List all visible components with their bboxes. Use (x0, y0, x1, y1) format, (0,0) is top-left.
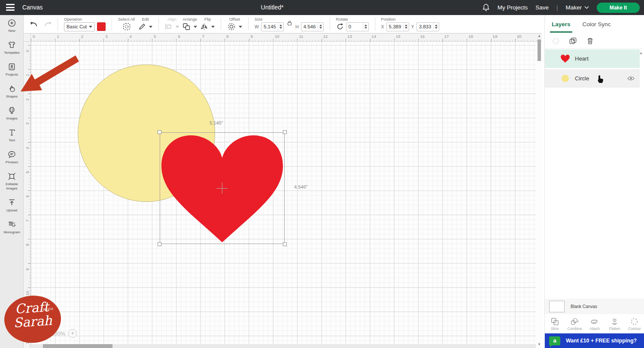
edit-pencil-icon[interactable] (138, 23, 146, 31)
size-lock-icon[interactable] (287, 20, 292, 27)
sidebar-item-editable[interactable]: Editable Images (0, 168, 24, 195)
resize-handle-top-left[interactable] (158, 130, 161, 134)
rotate-input[interactable] (346, 24, 363, 29)
redo-icon[interactable] (44, 21, 52, 28)
canvas-vertical-scrollbar[interactable]: ▲ ▼ (537, 34, 541, 346)
y-position-input[interactable] (417, 24, 433, 29)
attach-button[interactable]: Attach (585, 315, 605, 333)
sidebar-item-label: Images (6, 116, 17, 121)
x-stepper[interactable] (403, 23, 409, 31)
arrange-dropdown-caret[interactable] (194, 26, 197, 28)
hruler-inch-6: 6 (176, 34, 200, 42)
attach-icon (590, 317, 599, 326)
edit-dropdown-caret[interactable] (149, 26, 152, 28)
panel-tabs: Layers Color Sync (545, 15, 644, 34)
vruler-inch-5: 5 (24, 166, 31, 190)
layer-row-heart[interactable]: Heart (545, 49, 640, 68)
monogram-icon (7, 220, 16, 229)
align-icon[interactable] (165, 23, 173, 30)
layer-row-circle[interactable]: Circle (545, 69, 640, 88)
slice-button[interactable]: Slice (545, 315, 565, 333)
scroll-down-arrow[interactable]: ▼ (537, 343, 541, 346)
hruler-inch-18: 18 (467, 34, 491, 42)
phrases-icon (7, 150, 16, 159)
height-stepper[interactable] (318, 23, 323, 31)
flatten-button[interactable]: Flatten (605, 315, 624, 333)
heart-shape[interactable] (161, 134, 284, 243)
tab-color-sync[interactable]: Color Sync (583, 21, 611, 27)
y-field-label: Y (411, 24, 414, 29)
scroll-up-arrow[interactable]: ▲ (537, 34, 541, 38)
flip-dropdown-caret[interactable] (211, 26, 215, 28)
height-input[interactable] (301, 24, 318, 29)
width-field-label: W (255, 24, 259, 29)
resize-handle-bottom-left[interactable] (158, 242, 161, 246)
group-layers-icon[interactable] (552, 37, 560, 45)
horizontal-scroll-thumb[interactable] (43, 344, 112, 348)
sidebar-item-text[interactable]: Text (0, 125, 24, 147)
rotate-group: Rotate (336, 17, 369, 32)
rotate-icon[interactable] (336, 23, 344, 31)
layer-name: Heart (575, 55, 589, 62)
align-dropdown-caret[interactable] (176, 26, 179, 28)
sidebar-item-phrases[interactable]: Phrases (0, 147, 24, 168)
sidebar-item-images[interactable]: Images (0, 103, 24, 125)
width-field (261, 22, 284, 31)
panel-scroll-up-arrow[interactable]: ▲ (639, 51, 643, 55)
sidebar-item-projects[interactable]: Projects (0, 59, 24, 81)
sidebar-item-upload[interactable]: Upload (0, 195, 24, 217)
design-canvas[interactable]: 01234567891011121314151617181920 0123456… (24, 34, 542, 348)
width-dimension-label: 5.145" (210, 120, 223, 125)
width-input[interactable] (261, 24, 278, 29)
y-stepper[interactable] (433, 23, 439, 31)
select-all-icon[interactable] (122, 22, 131, 31)
blank-canvas-swatch[interactable] (549, 301, 565, 312)
my-projects-link[interactable]: My Projects (498, 4, 528, 11)
zoom-in-button[interactable]: + (68, 329, 77, 338)
chat-widget-icon[interactable]: a (549, 336, 560, 345)
promo-banner[interactable]: a Want £10 + FREE shipping? (545, 333, 644, 348)
vruler-inch-0: 0 (24, 45, 31, 69)
operation-select[interactable]: Basic Cut (64, 22, 95, 31)
hruler-inch-0: 0 (31, 34, 55, 42)
duplicate-layer-icon[interactable] (569, 37, 577, 45)
save-link[interactable]: Save (535, 4, 549, 11)
offset-dropdown-caret[interactable] (239, 26, 242, 28)
machine-selector[interactable]: Maker (565, 4, 589, 11)
sidebar-item-new[interactable]: New (0, 15, 24, 37)
hamburger-menu-icon[interactable] (6, 4, 15, 11)
sidebar-item-templates[interactable]: Templates (0, 37, 24, 59)
heart-layer-icon (560, 55, 570, 63)
sidebar-item-label: Editable Images (0, 182, 24, 191)
arrange-icon[interactable] (182, 23, 191, 31)
resize-handle-top-right[interactable] (283, 130, 287, 134)
fill-color-swatch[interactable] (97, 22, 106, 31)
offset-icon[interactable] (227, 22, 236, 31)
x-position-input[interactable] (387, 24, 403, 29)
combine-button[interactable]: Combine (565, 315, 584, 333)
sidebar-item-shapes[interactable]: Shapes (0, 81, 24, 103)
blank-canvas-row[interactable]: Blank Canvas (545, 299, 644, 314)
promo-text: Want £10 + FREE shipping? (566, 338, 637, 344)
arrange-label: Arrange (182, 17, 197, 22)
tab-layers[interactable]: Layers (552, 21, 571, 27)
offset-group: Offset (227, 17, 242, 32)
hruler-inch-11: 11 (297, 34, 321, 42)
sidebar-item-monogram[interactable]: Monogram (0, 217, 24, 238)
flip-icon[interactable] (200, 23, 208, 31)
resize-handle-bottom-right[interactable] (283, 242, 287, 246)
undo-icon[interactable] (29, 21, 38, 28)
width-stepper[interactable] (278, 23, 283, 31)
topbar-divider: | (556, 4, 558, 11)
layer-visibility-eye-icon[interactable] (627, 75, 635, 81)
notifications-bell-icon[interactable] (482, 3, 490, 12)
canvas-nav-label[interactable]: Canvas (22, 4, 43, 11)
hruler-inch-8: 8 (225, 34, 249, 42)
rotate-label: Rotate (336, 17, 348, 22)
vertical-scroll-thumb[interactable] (538, 40, 541, 61)
rotate-stepper[interactable] (363, 23, 368, 31)
contour-button[interactable]: Contour (625, 315, 644, 333)
make-it-button[interactable]: Make It (597, 3, 640, 13)
canvas-horizontal-scrollbar[interactable] (31, 344, 536, 348)
delete-layer-icon[interactable] (586, 37, 594, 45)
